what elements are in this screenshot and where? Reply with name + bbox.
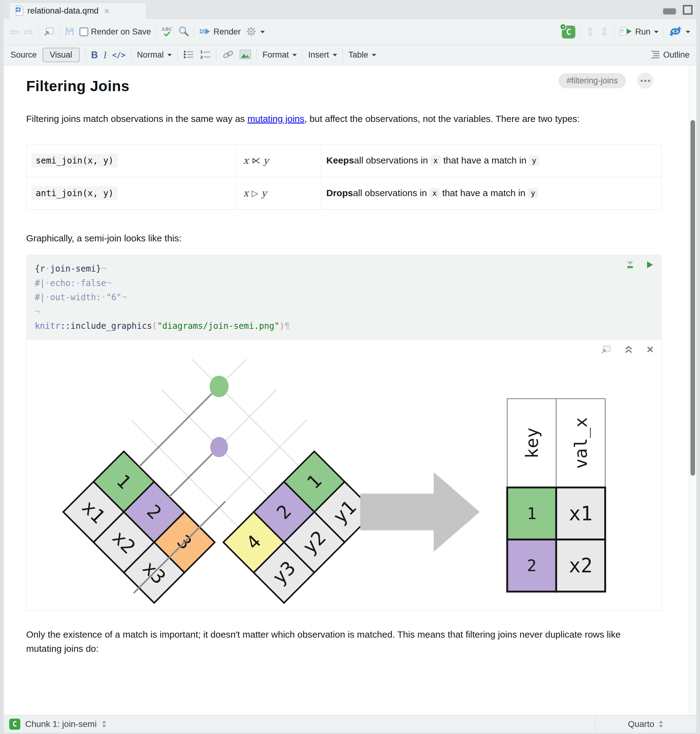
up-down-icon (659, 720, 663, 728)
more-options-button[interactable] (637, 73, 653, 89)
chunk-source-code[interactable]: {r·join-semi}¬#|·echo:·false¬#|·out-widt… (35, 261, 653, 333)
join-semi-diagram: 1x12x23x31y12y24y3keyval_x1x12x2 (26, 340, 662, 610)
intro-paragraph: Filtering joins match observations in th… (26, 112, 645, 126)
search-icon[interactable] (178, 26, 189, 38)
section-anchor-badge: #filtering-joins (559, 73, 626, 88)
code-chunk[interactable]: {r·join-semi}¬#|·echo:·false¬#|·out-widt… (26, 254, 662, 340)
chevron-down-icon (168, 54, 172, 56)
chevron-down-icon (293, 54, 297, 56)
mutating-joins-link[interactable]: mutating joins (247, 113, 304, 124)
plus-badge-icon: + (560, 24, 566, 30)
chunk-icon: C (9, 719, 20, 730)
maximize-icon[interactable] (683, 5, 693, 15)
scrollbar-thumb[interactable] (690, 120, 695, 476)
outline-icon (651, 50, 660, 60)
render-options-button[interactable] (246, 26, 265, 38)
sync-icon (669, 26, 682, 38)
mode-label: Quarto (628, 719, 654, 729)
table-cell-code: anti_join(x, y) (26, 177, 236, 210)
chevron-down-icon (372, 54, 376, 56)
gear-icon (246, 26, 257, 38)
run-chunk-icon[interactable] (646, 260, 654, 270)
link-icon[interactable] (222, 50, 234, 61)
forward-icon[interactable]: ⇨ (24, 26, 33, 38)
collapse-output-icon[interactable] (624, 346, 633, 354)
svg-text:x2: x2 (569, 554, 593, 577)
table-menu[interactable]: Table (349, 50, 376, 60)
save-icon[interactable] (65, 26, 75, 38)
back-icon[interactable]: ⇦ (10, 26, 19, 38)
table-cell-description: Keeps all observations in x that have a … (321, 144, 662, 177)
graphically-paragraph: Graphically, a semi-join looks like this… (26, 231, 645, 246)
svg-text:x1: x1 (569, 502, 593, 525)
image-icon[interactable] (240, 50, 251, 61)
inline-code-icon[interactable]: </> (112, 51, 125, 59)
bold-icon[interactable]: B (91, 50, 98, 61)
source-mode-button[interactable]: Source (10, 50, 37, 60)
svg-text:key: key (522, 427, 542, 459)
document-tab[interactable]: relational-data.qmd × (9, 3, 146, 19)
render-button[interactable]: Render (199, 26, 241, 38)
tab-title: relational-data.qmd (27, 6, 99, 16)
join-types-table: semi_join(x, y) x⋉y Keeps all observatio… (26, 144, 662, 210)
run-button[interactable]: Run (619, 26, 659, 38)
main-toolbar: ⇦ ⇨ Render on Save ABC Render + C ⇧ ⇩ (4, 19, 696, 45)
up-down-icon (101, 720, 106, 728)
closing-paragraph: Only the existence of a match is importa… (26, 628, 645, 656)
chunk-navigator[interactable]: C Chunk 1: join-semi (4, 719, 595, 730)
source-on-save-button[interactable] (669, 26, 690, 38)
chevron-down-icon (686, 31, 690, 33)
table-cell-math: x▷y (236, 177, 321, 210)
close-output-icon[interactable] (646, 346, 654, 354)
status-bar: C Chunk 1: join-semi Quarto (4, 715, 696, 733)
tab-strip: relational-data.qmd × (4, 0, 696, 19)
scrollbar-track[interactable] (688, 65, 696, 715)
svg-text:1: 1 (527, 504, 537, 522)
visual-editor: Filtering Joins #filtering-joins Filteri… (4, 65, 696, 715)
run-chunks-above-icon[interactable] (625, 260, 635, 271)
minimize-icon[interactable] (663, 8, 676, 15)
svg-text:2: 2 (527, 556, 537, 575)
insert-chunk-button[interactable]: + C (562, 25, 575, 38)
editor-mode-selector[interactable]: Quarto (595, 715, 696, 733)
table-cell-math: x⋉y (236, 144, 321, 177)
table-cell-code: semi_join(x, y) (26, 144, 236, 177)
paragraph-style-dropdown[interactable]: Normal (137, 50, 172, 60)
visual-mode-button[interactable]: Visual (43, 48, 80, 62)
quarto-file-icon (15, 5, 24, 17)
open-in-new-window-icon[interactable] (43, 26, 54, 38)
run-previous-icon[interactable]: ⇧ (585, 26, 595, 38)
svg-text:val_x: val_x (571, 417, 591, 469)
format-menu[interactable]: Format (263, 50, 297, 60)
spellcheck-icon[interactable]: ABC (161, 27, 173, 37)
svg-text:2: 2 (200, 55, 203, 59)
show-in-new-window-icon[interactable] (601, 345, 611, 355)
table-cell-description: Drops all observations in x that have a … (321, 177, 662, 210)
run-next-icon[interactable]: ⇩ (600, 26, 609, 38)
run-icon (619, 26, 632, 38)
render-on-save-toggle[interactable]: Render on Save (79, 27, 151, 37)
chunk-output: 1x12x23x31y12y24y3keyval_x1x12x2 (26, 340, 662, 611)
outline-toggle[interactable]: Outline (651, 50, 690, 60)
italic-icon[interactable]: I (103, 50, 106, 61)
render-icon (199, 26, 211, 38)
format-toolbar: Source Visual B I </> Normal 12 Format I… (4, 45, 696, 65)
chunk-label: Chunk 1: join-semi (25, 719, 97, 729)
insert-menu[interactable]: Insert (308, 50, 337, 60)
chevron-down-icon (654, 31, 659, 33)
bullet-list-icon[interactable] (183, 50, 194, 61)
numbered-list-icon[interactable]: 12 (200, 50, 211, 61)
chevron-down-icon (333, 54, 337, 56)
svg-text:1: 1 (200, 50, 203, 54)
chevron-down-icon (260, 31, 265, 33)
close-tab-icon[interactable]: × (104, 6, 110, 16)
render-on-save-checkbox[interactable] (79, 27, 88, 36)
